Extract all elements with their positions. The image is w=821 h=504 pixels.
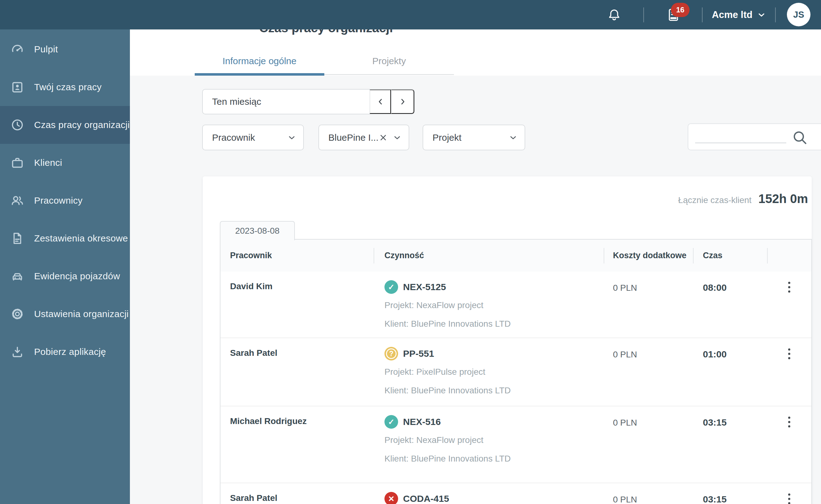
sidebar-item-label: Twój czas pracy [34,82,102,92]
client-time-summary: Łącznie czas-klient 152h 0m [678,192,808,206]
sidebar-item-label: Czas pracy organizacji [34,120,130,130]
topbar: 16 Acme ltd JS [0,0,821,29]
activity-code: CODA-415 [403,493,449,504]
activity-cell: ✓ NEX-516 Projekt: NexaFlow project Klie… [374,406,604,483]
time-value: 08:00 [693,272,767,338]
chevron-right-icon [398,96,407,107]
bell-icon [607,7,621,23]
sidebar-item[interactable]: Czas pracy organizacji [0,106,130,144]
sidebar-item[interactable]: Zestawienia okresowe [0,219,130,257]
chevron-down-icon [287,133,296,142]
sidebar-item-label: Pobierz aplikację [34,347,106,357]
period-selector[interactable]: Ten miesiąc [202,89,415,114]
next-period-button[interactable] [391,90,414,114]
notification-count-badge: 16 [671,3,690,17]
time-value: 01:00 [693,338,767,406]
actions-cell [767,406,811,483]
activity-cell: ? PP-551 Projekt: PixelPulse project Kli… [374,338,604,406]
extra-costs: 0 PLN [604,483,693,504]
tab-projekty[interactable]: Projekty [324,46,454,76]
column-header-actions [767,240,811,272]
main-content: Czas pracy organizacji Informacje ogólne… [130,0,821,504]
employee-name: David Kim [220,272,374,338]
table-row: Michael Rodriguez ✓ NEX-516 Projekt: Nex… [220,406,811,483]
row-menu-kebab-icon[interactable] [782,491,797,504]
status-icon: ✓ [384,280,398,294]
activity-project: Projekt: NexaFlow project [384,434,604,446]
sidebar-item-icon [10,80,24,94]
actions-cell [767,272,811,338]
row-menu-kebab-icon[interactable] [782,280,797,294]
extra-costs: 0 PLN [604,406,693,483]
tab-bar: Informacje ogólne Projekty [195,46,454,76]
sidebar-item-icon [10,307,24,321]
table-header: Pracownik Czynność Koszty dodatkowe Czas [220,240,811,272]
table-row: Sarah Patel ✕ CODA-415 0 PLN 03:15 [220,483,811,504]
extra-costs: 0 PLN [604,272,693,338]
sidebar-item-label: Zestawienia okresowe [34,233,128,244]
company-switcher[interactable]: Acme ltd [712,0,766,29]
sidebar-item-label: Pracownicy [34,195,82,206]
sidebar-item[interactable]: Pobierz aplikację [0,333,130,371]
sidebar: Pulpit Twój czas pracy Czas pracy organi… [0,29,130,504]
employee-filter-dropdown[interactable]: Pracownik [202,125,304,150]
sidebar-item-icon [10,42,24,56]
sidebar-item-label: Pulpit [34,44,58,55]
close-icon [378,133,388,143]
table-row: Sarah Patel ? PP-551 Projekt: PixelPulse… [220,338,811,406]
actions-cell [767,483,811,504]
column-header-czas: Czas [693,240,767,272]
status-icon: ? [384,347,398,360]
sidebar-item-icon [10,118,24,132]
chevron-left-icon [376,96,385,107]
status-icon: ✕ [384,492,398,504]
previous-period-button[interactable] [370,90,391,114]
sidebar-item-icon [10,193,24,208]
summary-value: 152h 0m [758,192,808,206]
project-filter-label: Projekt [423,132,508,143]
notifications-bell-button[interactable] [607,0,621,29]
column-header-pracownik: Pracownik [220,240,374,272]
sidebar-item[interactable]: Ewidencja pojazdów [0,257,130,295]
time-value: 03:15 [693,483,767,504]
search-input[interactable] [695,130,786,143]
search-icon [791,129,809,146]
sidebar-item[interactable]: Klienci [0,144,130,182]
worktime-card: Łącznie czas-klient 152h 0m 2023-08-08 P… [203,176,812,504]
employee-name: Sarah Patel [220,483,374,504]
sidebar-item[interactable]: Pracownicy [0,182,130,219]
reports-button[interactable]: 16 [666,0,681,29]
topbar-divider [702,7,703,22]
tab-informacje-ogolne[interactable]: Informacje ogólne [195,46,324,76]
company-name: Acme ltd [712,9,752,20]
client-filter-dropdown[interactable]: BluePine I... [318,125,409,150]
sidebar-item-icon [10,269,24,283]
sidebar-item[interactable]: Ustawienia organizacji [0,295,130,333]
activity-client: Klient: BluePine Innovations LTD [384,318,604,330]
user-avatar[interactable]: JS [787,3,810,26]
date-tab[interactable]: 2023-08-08 [220,221,295,240]
sidebar-item-label: Ewidencja pojazdów [34,271,120,281]
activity-cell: ✓ NEX-5125 Projekt: NexaFlow project Kli… [374,272,604,338]
clear-client-filter-button[interactable] [378,133,388,143]
activity-project: Projekt: PixelPulse project [384,366,604,378]
worktime-table: Pracownik Czynność Koszty dodatkowe Czas… [220,239,812,504]
row-menu-kebab-icon[interactable] [782,414,797,429]
chevron-down-icon [757,10,766,20]
activity-cell: ✕ CODA-415 [374,483,604,504]
project-filter-dropdown[interactable]: Projekt [423,125,525,150]
column-header-koszty: Koszty dodatkowe [604,240,693,272]
search-box [688,123,821,150]
sidebar-item-icon [10,156,24,170]
extra-costs: 0 PLN [604,338,693,406]
sidebar-item[interactable]: Twój czas pracy [0,68,130,106]
time-value: 03:15 [693,406,767,483]
table-body: David Kim ✓ NEX-5125 Projekt: NexaFlow p… [220,272,811,504]
row-menu-kebab-icon[interactable] [782,346,797,361]
sidebar-item-label: Klienci [34,157,62,168]
activity-project: Projekt: NexaFlow project [384,299,604,312]
activity-client: Klient: BluePine Innovations LTD [384,384,604,397]
sidebar-item[interactable]: Pulpit [0,30,130,68]
activity-code: NEX-516 [403,417,441,427]
content-background: Ten miesiąc Pracownik BluePine I [130,76,821,504]
